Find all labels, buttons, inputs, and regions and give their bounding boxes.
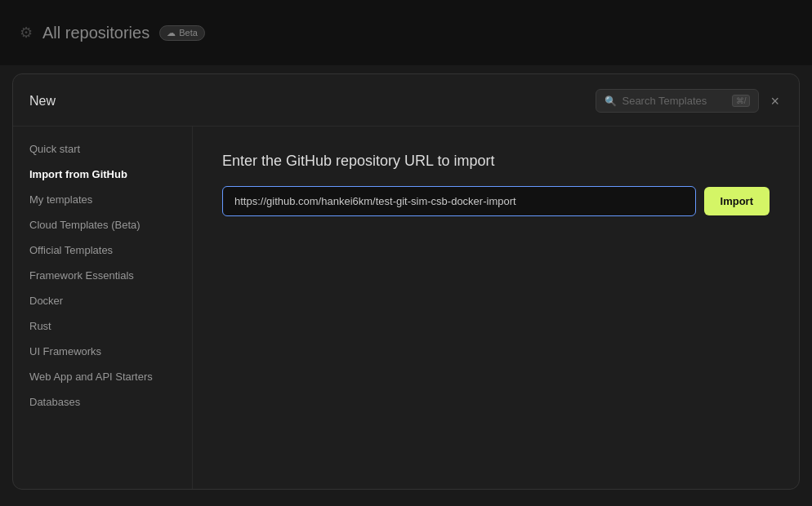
beta-badge: ☁ Beta	[159, 25, 205, 41]
modal-content: Enter the GitHub repository URL to impor…	[193, 126, 799, 489]
search-box[interactable]: 🔍 ⌘/	[596, 89, 759, 113]
sidebar-item-import-github[interactable]: Import from GitHub	[13, 162, 192, 187]
github-url-input[interactable]	[222, 186, 696, 216]
modal-header-right: 🔍 ⌘/ ×	[596, 89, 783, 113]
sidebar-item-databases[interactable]: Databases	[13, 389, 192, 415]
search-shortcut: ⌘/	[732, 95, 751, 107]
search-input[interactable]	[622, 95, 726, 107]
close-button[interactable]: ×	[767, 91, 783, 112]
import-title: Enter the GitHub repository URL to impor…	[222, 153, 770, 170]
search-icon: 🔍	[605, 95, 617, 107]
import-form: Import	[222, 186, 770, 216]
gear-icon: ⚙	[20, 24, 33, 42]
sidebar-item-web-app-api[interactable]: Web App and API Starters	[13, 364, 192, 389]
import-button[interactable]: Import	[704, 187, 770, 215]
new-modal: New 🔍 ⌘/ × Quick start Import from GitHu…	[12, 73, 800, 490]
sidebar-item-docker[interactable]: Docker	[13, 288, 192, 313]
sidebar-item-cloud-templates[interactable]: Cloud Templates (Beta)	[13, 212, 192, 237]
page-title: All repositories	[42, 24, 149, 42]
sidebar-item-quick-start[interactable]: Quick start	[13, 136, 192, 162]
sidebar-item-framework-essentials[interactable]: Framework Essentials	[13, 263, 192, 288]
cloud-icon: ☁	[167, 28, 176, 38]
modal-header: New 🔍 ⌘/ ×	[13, 74, 799, 126]
modal-title: New	[29, 94, 56, 109]
sidebar: Quick start Import from GitHub My templa…	[13, 126, 193, 489]
modal-body: Quick start Import from GitHub My templa…	[13, 126, 799, 489]
sidebar-item-official-templates[interactable]: Official Templates	[13, 237, 192, 263]
sidebar-item-rust[interactable]: Rust	[13, 313, 192, 339]
sidebar-item-my-templates[interactable]: My templates	[13, 187, 192, 212]
sidebar-item-ui-frameworks[interactable]: UI Frameworks	[13, 339, 192, 364]
